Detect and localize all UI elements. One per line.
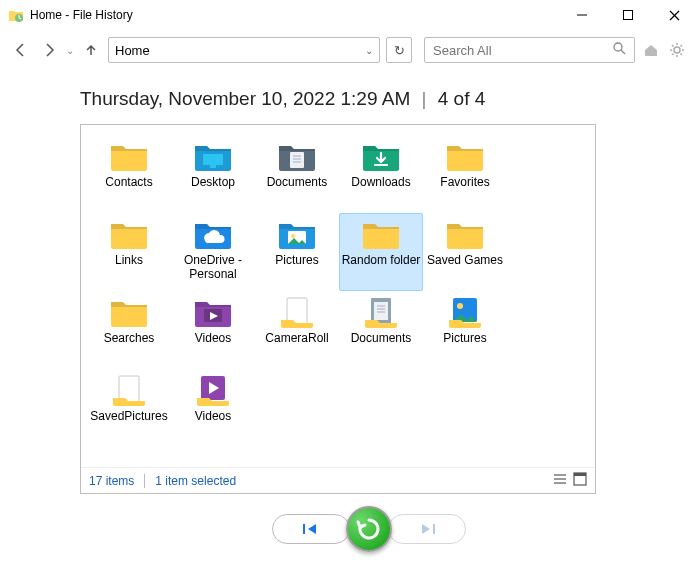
svg-rect-42 [433, 524, 435, 534]
svg-point-5 [614, 43, 622, 51]
folder-label: Links [89, 254, 169, 268]
folder-icon [107, 216, 151, 252]
folder-label: Documents [257, 176, 337, 190]
svg-point-33 [457, 303, 463, 309]
status-count: 17 items [89, 474, 134, 488]
svg-point-24 [291, 234, 295, 238]
window-title: Home - File History [30, 8, 133, 22]
details-view-icon[interactable] [553, 472, 567, 489]
address-dropdown-icon[interactable]: ⌄ [365, 45, 373, 56]
folder-item[interactable]: Links [87, 213, 171, 291]
svg-rect-2 [624, 11, 633, 20]
folder-item[interactable]: Desktop [171, 135, 255, 213]
title-bar: Home - File History [0, 0, 697, 30]
folder-label: Pictures [425, 332, 505, 346]
next-version-button[interactable] [388, 514, 466, 544]
gear-icon[interactable] [667, 40, 687, 60]
restore-button[interactable] [346, 506, 392, 552]
folder-label: Pictures [257, 254, 337, 268]
close-button[interactable] [651, 0, 697, 30]
folder-icon [191, 216, 235, 252]
folder-label: Contacts [89, 176, 169, 190]
search-box[interactable] [424, 37, 635, 63]
playback-controls [80, 506, 657, 552]
folder-label: Searches [89, 332, 169, 346]
history-position: 4 of 4 [438, 88, 486, 109]
svg-rect-41 [303, 524, 305, 534]
window-controls [559, 0, 697, 30]
svg-line-13 [681, 54, 683, 56]
folder-label: CameraRoll [257, 332, 337, 346]
folder-icon [359, 138, 403, 174]
folder-item[interactable]: Videos [171, 369, 255, 447]
folder-item[interactable]: Documents [339, 291, 423, 369]
large-icons-view-icon[interactable] [573, 472, 587, 489]
svg-rect-40 [574, 473, 586, 476]
svg-rect-16 [203, 154, 223, 165]
history-datetime: Thursday, November 10, 2022 1:29 AM [80, 88, 410, 109]
folder-label: Documents [341, 332, 421, 346]
recent-locations-button[interactable]: ⌄ [66, 45, 74, 56]
svg-line-14 [672, 54, 674, 56]
folder-item[interactable]: Contacts [87, 135, 171, 213]
address-text: Home [115, 43, 150, 58]
svg-rect-17 [210, 165, 216, 168]
folder-label: Favorites [425, 176, 505, 190]
folder-label: OneDrive - Personal [173, 254, 253, 282]
folder-icon [107, 138, 151, 174]
svg-line-15 [681, 45, 683, 47]
refresh-button[interactable]: ↻ [386, 37, 412, 63]
folder-label: Desktop [173, 176, 253, 190]
folder-item[interactable]: Searches [87, 291, 171, 369]
svg-rect-18 [290, 152, 304, 168]
folder-icon [275, 138, 319, 174]
folder-label: Videos [173, 332, 253, 346]
folder-icon [191, 294, 235, 330]
forward-button[interactable] [38, 39, 60, 61]
folder-label: Downloads [341, 176, 421, 190]
folder-item[interactable]: Pictures [423, 291, 507, 369]
folder-label: Videos [173, 410, 253, 424]
folder-icon [275, 216, 319, 252]
folder-icon [191, 138, 235, 174]
search-input[interactable] [433, 43, 612, 58]
status-bar: 17 items 1 item selected [81, 467, 595, 493]
folder-item[interactable]: Documents [255, 135, 339, 213]
folder-icon [443, 216, 487, 252]
folder-icon [107, 294, 151, 330]
items-grid: ContactsDesktopDocumentsDownloadsFavorit… [81, 125, 595, 467]
address-bar[interactable]: Home ⌄ [108, 37, 380, 63]
folder-item[interactable]: Saved Games [423, 213, 507, 291]
folder-item[interactable]: CameraRoll [255, 291, 339, 369]
folder-icon [275, 294, 319, 330]
header-separator: | [416, 88, 433, 109]
status-divider [144, 474, 145, 488]
folder-item[interactable]: Random folder [339, 213, 423, 291]
folder-item[interactable]: SavedPictures [87, 369, 171, 447]
search-icon[interactable] [612, 41, 626, 59]
folder-icon [359, 216, 403, 252]
svg-rect-28 [374, 302, 388, 320]
folder-label: Saved Games [425, 254, 505, 268]
svg-line-6 [621, 50, 625, 54]
maximize-button[interactable] [605, 0, 651, 30]
app-icon [8, 7, 24, 23]
items-pane: ContactsDesktopDocumentsDownloadsFavorit… [80, 124, 596, 494]
folder-icon [443, 294, 487, 330]
back-button[interactable] [10, 39, 32, 61]
folder-item[interactable]: Downloads [339, 135, 423, 213]
folder-icon [191, 372, 235, 408]
minimize-button[interactable] [559, 0, 605, 30]
folder-icon [107, 372, 151, 408]
history-header: Thursday, November 10, 2022 1:29 AM | 4 … [80, 88, 657, 110]
previous-version-button[interactable] [272, 514, 350, 544]
home-icon[interactable] [641, 40, 661, 60]
up-button[interactable] [80, 39, 102, 61]
toolbar: ⌄ Home ⌄ ↻ [0, 32, 697, 68]
folder-label: SavedPictures [89, 410, 169, 424]
folder-item[interactable]: Videos [171, 291, 255, 369]
folder-item[interactable]: OneDrive - Personal [171, 213, 255, 291]
folder-icon [359, 294, 403, 330]
folder-item[interactable]: Pictures [255, 213, 339, 291]
folder-item[interactable]: Favorites [423, 135, 507, 213]
